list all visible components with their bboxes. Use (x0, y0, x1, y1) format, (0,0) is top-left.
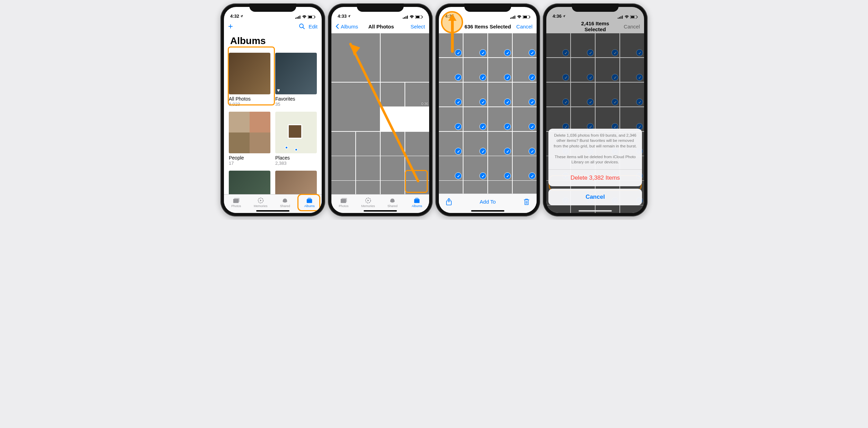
tab-shared[interactable]: Shared (273, 195, 297, 210)
home-indicator[interactable] (256, 210, 289, 212)
photo-cell[interactable] (513, 181, 537, 194)
album-favorites[interactable]: ♥ Favorites 35 (275, 53, 317, 107)
photo-cell[interactable] (463, 83, 487, 106)
photo-cell[interactable] (488, 83, 512, 106)
svg-rect-16 (403, 18, 404, 19)
photo-cell[interactable] (439, 156, 463, 180)
svg-rect-3 (300, 16, 301, 19)
shared-tab-icon (281, 197, 289, 204)
svg-rect-5 (309, 16, 312, 18)
photo-cell[interactable] (513, 58, 537, 82)
photo-cell[interactable] (405, 132, 429, 156)
svg-rect-0 (295, 18, 296, 19)
photo-cell[interactable]: 0:36 (405, 83, 429, 106)
tab-memories[interactable]: Memories (249, 195, 273, 210)
home-indicator[interactable] (579, 210, 612, 212)
photo-cell[interactable] (381, 33, 429, 82)
photo-cell[interactable] (513, 83, 537, 106)
photo-cell[interactable] (331, 83, 380, 131)
photo-cell[interactable] (381, 156, 405, 180)
cellular-icon (295, 15, 301, 19)
add-button[interactable]: + (228, 22, 233, 31)
photo-cell[interactable] (513, 132, 537, 156)
tab-photos[interactable]: Photos (224, 195, 249, 210)
photo-cell[interactable] (381, 181, 405, 194)
photo-cell[interactable] (356, 132, 380, 156)
share-icon[interactable] (446, 198, 452, 206)
photo-cell[interactable] (488, 132, 512, 156)
cancel-button[interactable]: Cancel (516, 24, 532, 29)
album-people[interactable]: People 17 (229, 112, 270, 166)
photo-cell[interactable] (488, 33, 512, 57)
add-to-button[interactable]: Add To (480, 199, 496, 205)
tab-memories[interactable]: Memories (356, 195, 381, 210)
svg-marker-12 (260, 199, 262, 201)
select-button[interactable]: Select (410, 24, 425, 29)
photo-cell[interactable] (439, 58, 463, 82)
sheet-cancel-button[interactable]: Cancel (548, 189, 642, 205)
photo-cell[interactable] (356, 156, 380, 180)
wifi-icon (302, 15, 307, 19)
photo-cell[interactable] (488, 107, 512, 131)
photo-cell[interactable] (488, 181, 512, 194)
photo-cell[interactable] (513, 107, 537, 131)
photo-cell[interactable] (463, 156, 487, 180)
photo-cell[interactable] (488, 156, 512, 180)
photo-cell[interactable] (331, 132, 355, 156)
photo-cell[interactable] (439, 83, 463, 106)
photo-cell[interactable] (381, 132, 405, 156)
photo-grid-scroll[interactable] (439, 33, 537, 194)
wifi-icon (517, 15, 522, 19)
tab-albums[interactable]: Albums (405, 195, 429, 210)
cellular-icon (510, 15, 516, 19)
back-button[interactable]: Albums (336, 24, 358, 29)
photo-cell[interactable] (513, 33, 537, 57)
photo-cell[interactable] (439, 33, 463, 57)
photo-cell[interactable] (463, 132, 487, 156)
photo-cell[interactable] (488, 58, 512, 82)
nav-title: All Photos (358, 24, 404, 29)
svg-rect-33 (512, 17, 513, 19)
photo-cell[interactable] (439, 181, 463, 194)
photo-cell[interactable] (439, 107, 463, 131)
sheet-message: Delete 1,036 photos from 69 bursts, and … (548, 129, 642, 170)
home-indicator[interactable] (471, 210, 504, 212)
photo-cell[interactable] (463, 58, 487, 82)
tab-photos[interactable]: Photos (331, 195, 356, 210)
search-icon[interactable] (299, 23, 305, 29)
annotation-ring (228, 46, 275, 105)
photo-cell[interactable] (356, 181, 380, 194)
album-tile[interactable] (229, 171, 270, 194)
edit-button[interactable]: Edit (309, 24, 318, 29)
svg-marker-26 (367, 199, 369, 201)
photo-cell[interactable] (463, 107, 487, 131)
svg-rect-22 (422, 16, 423, 18)
delete-items-button[interactable]: Delete 3,382 Items (548, 170, 642, 186)
notch (572, 3, 619, 12)
photo-cell[interactable] (463, 181, 487, 194)
photo-cell[interactable] (381, 83, 405, 106)
location-icon (240, 15, 243, 18)
album-label: Favorites (275, 96, 317, 102)
svg-rect-34 (513, 16, 514, 19)
notch (465, 3, 511, 12)
photo-cell[interactable] (331, 33, 380, 82)
annotation-ring (297, 194, 320, 211)
trash-icon[interactable] (523, 198, 530, 206)
action-sheet-backdrop[interactable]: Delete 1,036 photos from 69 bursts, and … (546, 7, 644, 213)
home-indicator[interactable] (364, 210, 397, 212)
svg-rect-18 (406, 16, 407, 19)
svg-rect-19 (407, 16, 408, 19)
album-places[interactable]: Places 2,383 (275, 112, 317, 166)
photo-cell[interactable] (513, 156, 537, 180)
svg-rect-27 (414, 199, 419, 203)
tab-shared[interactable]: Shared (380, 195, 405, 210)
photo-cell[interactable] (439, 132, 463, 156)
album-tile[interactable] (275, 171, 317, 194)
photo-cell[interactable] (463, 33, 487, 57)
photo-cell[interactable] (331, 181, 355, 194)
photo-cell[interactable] (331, 156, 355, 180)
shared-tab-icon (389, 197, 396, 204)
album-count: 2,383 (275, 161, 317, 166)
svg-line-8 (303, 27, 304, 29)
